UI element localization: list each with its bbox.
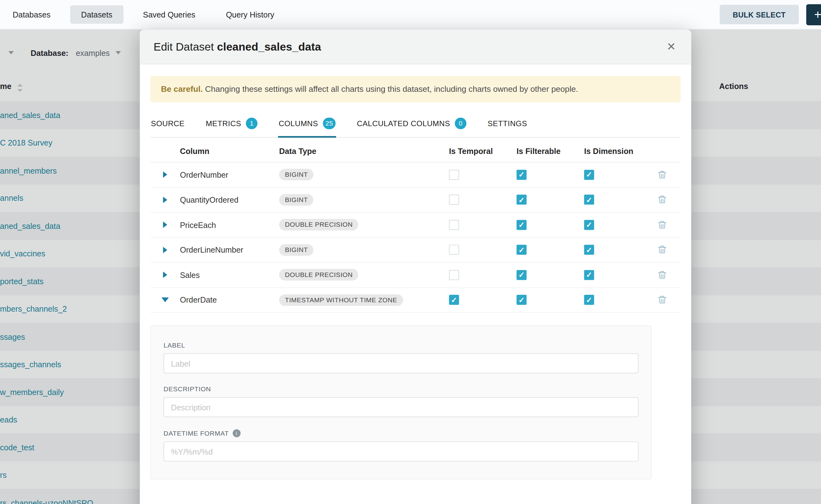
expand-toggle[interactable] xyxy=(150,197,180,203)
datetime-format-field-label: DATETIME FORMAT i xyxy=(164,429,639,437)
column-type-cell: BIGINT xyxy=(279,194,441,205)
expand-toggle[interactable] xyxy=(150,272,180,278)
expand-toggle[interactable] xyxy=(150,171,180,178)
trash-icon[interactable] xyxy=(657,295,667,305)
is-dimension-cell xyxy=(576,245,644,255)
is-dimension-cell xyxy=(576,295,644,305)
column-header: Column xyxy=(180,147,279,156)
modal-tabs: SOURCE METRICS 1 COLUMNS 25 CALCUL xyxy=(150,110,680,138)
add-button[interactable]: + xyxy=(806,4,821,25)
is-filterable-cell xyxy=(509,270,576,280)
columns-table: Column Data Type Is Temporal Is Filterab… xyxy=(150,138,680,313)
tab[interactable]: CALCULATED COLUMNS 0 xyxy=(356,110,467,138)
column-name: Sales xyxy=(180,270,279,279)
tab-label: METRICS xyxy=(205,119,241,128)
is-dimension-checkbox[interactable] xyxy=(584,295,594,305)
modal-title: Edit Dataset cleaned_sales_data xyxy=(153,40,321,53)
is-temporal-checkbox[interactable] xyxy=(449,195,459,205)
nav-item[interactable]: Databases xyxy=(2,5,62,24)
column-type-cell: BIGINT xyxy=(279,244,441,256)
is-temporal-checkbox[interactable] xyxy=(449,295,459,305)
is-filterable-cell xyxy=(509,220,576,230)
caret-icon xyxy=(163,247,167,253)
is-filterable-header: Is Filterable xyxy=(509,147,576,156)
column-name: QuantityOrdered xyxy=(180,195,279,204)
trash-icon[interactable] xyxy=(657,245,667,255)
is-filterable-checkbox[interactable] xyxy=(517,195,527,205)
tab-label: SETTINGS xyxy=(488,119,527,128)
is-dimension-checkbox[interactable] xyxy=(584,170,594,180)
warning-banner: Be careful. Changing these settings will… xyxy=(150,76,680,102)
is-dimension-checkbox[interactable] xyxy=(584,195,594,205)
row-actions xyxy=(644,245,681,255)
is-temporal-cell xyxy=(441,195,509,205)
is-filterable-checkbox[interactable] xyxy=(517,295,527,305)
expand-toggle[interactable] xyxy=(150,298,180,302)
is-filterable-checkbox[interactable] xyxy=(517,170,527,180)
expand-toggle[interactable] xyxy=(150,222,180,228)
expand-toggle[interactable] xyxy=(150,247,180,253)
is-filterable-checkbox[interactable] xyxy=(517,270,527,280)
column-type-cell: DOUBLE PRECISION xyxy=(279,269,441,281)
nav-item[interactable]: Saved Queries xyxy=(132,5,206,24)
is-dimension-checkbox[interactable] xyxy=(584,245,594,255)
is-temporal-checkbox[interactable] xyxy=(449,245,459,255)
is-filterable-cell xyxy=(509,170,576,180)
column-type-cell: TIMESTAMP WITHOUT TIME ZONE xyxy=(279,294,441,306)
is-dimension-checkbox[interactable] xyxy=(584,220,594,230)
row-actions xyxy=(644,220,681,230)
label-input[interactable] xyxy=(164,353,639,373)
nav-item[interactable]: Query History xyxy=(215,5,285,24)
app: Databases Datasets Saved Queries Query H… xyxy=(0,0,821,504)
column-type-cell: BIGINT xyxy=(279,169,441,180)
trash-icon[interactable] xyxy=(657,270,667,280)
is-temporal-cell xyxy=(441,245,509,255)
tab-count-badge: 1 xyxy=(246,118,257,129)
is-temporal-checkbox[interactable] xyxy=(449,270,459,280)
description-input[interactable] xyxy=(164,397,639,417)
row-actions xyxy=(644,170,681,180)
column-type-cell: DOUBLE PRECISION xyxy=(279,219,441,230)
close-icon[interactable]: × xyxy=(665,38,677,55)
tab[interactable]: SOURCE xyxy=(150,110,185,138)
trash-icon[interactable] xyxy=(657,195,667,205)
tab[interactable]: METRICS 1 xyxy=(205,110,258,138)
tab-label: COLUMNS xyxy=(279,119,318,128)
description-field-label-text: DESCRIPTION xyxy=(164,386,211,393)
row-actions xyxy=(644,270,681,280)
tab-count-badge: 0 xyxy=(455,118,467,129)
column-row: OrderNumber BIGINT xyxy=(150,162,680,187)
caret-icon xyxy=(163,272,167,278)
column-row: OrderLineNumber BIGINT xyxy=(150,238,680,263)
tab[interactable]: SETTINGS xyxy=(487,110,528,138)
is-dimension-checkbox[interactable] xyxy=(584,270,594,280)
modal-title-dataset-name: cleaned_sales_data xyxy=(217,40,321,52)
is-temporal-checkbox[interactable] xyxy=(449,220,459,230)
column-name: OrderLineNumber xyxy=(180,245,279,254)
tab-label: CALCULATED COLUMNS xyxy=(357,119,450,128)
data-type-header: Data Type xyxy=(279,147,441,156)
column-row: PriceEach DOUBLE PRECISION xyxy=(150,213,680,238)
is-filterable-cell xyxy=(509,195,576,205)
is-filterable-checkbox[interactable] xyxy=(517,245,527,255)
nav-item[interactable]: Datasets xyxy=(70,5,123,24)
is-filterable-checkbox[interactable] xyxy=(517,220,527,230)
trash-icon[interactable] xyxy=(657,170,667,180)
label-field-label: LABEL xyxy=(164,342,639,349)
data-type-pill: DOUBLE PRECISION xyxy=(279,269,358,281)
trash-icon[interactable] xyxy=(657,220,667,230)
description-field-label: DESCRIPTION xyxy=(164,386,639,393)
row-actions xyxy=(644,195,681,205)
column-row: QuantityOrdered BIGINT xyxy=(150,187,680,212)
nav-tabs: Databases Datasets Saved Queries Query H… xyxy=(0,5,285,24)
columns-table-header-row: Column Data Type Is Temporal Is Filterab… xyxy=(150,138,680,162)
bulk-select-button[interactable]: BULK SELECT xyxy=(720,5,799,24)
is-temporal-checkbox[interactable] xyxy=(449,170,459,180)
caret-icon xyxy=(163,171,167,178)
caret-icon xyxy=(161,298,169,302)
datetime-format-input[interactable] xyxy=(164,442,639,462)
column-settings-panel: LABEL DESCRIPTION DATETIME FORMAT i xyxy=(150,325,652,479)
warning-bold: Be careful. xyxy=(161,84,203,93)
is-temporal-cell xyxy=(441,270,509,280)
tab[interactable]: COLUMNS 25 xyxy=(278,110,336,138)
